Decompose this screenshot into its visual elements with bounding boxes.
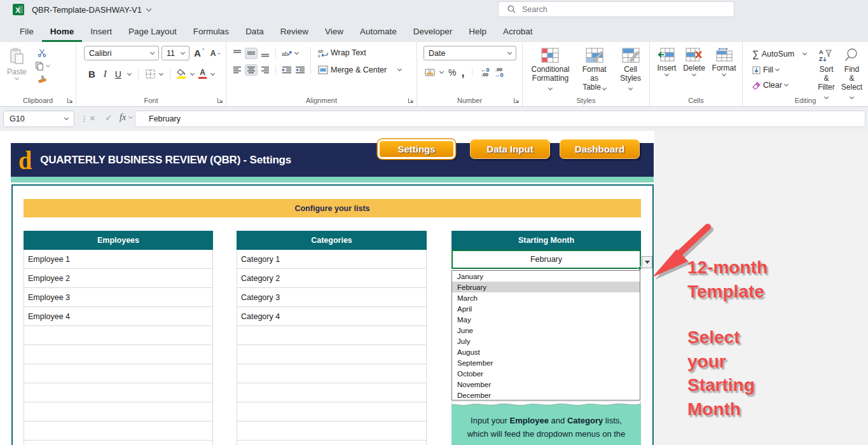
font-size-combobox[interactable]: 11 xyxy=(162,46,189,60)
month-option[interactable]: October xyxy=(452,368,640,379)
find-select-button[interactable]: Find &Select xyxy=(838,46,865,102)
delete-cells-button[interactable]: Delete xyxy=(680,46,708,93)
orientation-chevron-icon[interactable] xyxy=(294,50,299,55)
tab-file[interactable]: File xyxy=(11,22,42,42)
table-row[interactable] xyxy=(24,364,212,383)
month-option[interactable]: November xyxy=(452,379,640,390)
decrease-indent-icon[interactable] xyxy=(282,66,292,74)
month-option[interactable]: April xyxy=(452,303,640,314)
dashboard-nav-button[interactable]: Dashboard xyxy=(560,139,640,159)
clipboard-dialog-launcher-icon[interactable] xyxy=(67,97,73,104)
format-as-table-button[interactable]: Format asTable xyxy=(574,46,614,93)
align-bottom-icon[interactable] xyxy=(261,50,270,57)
table-row[interactable] xyxy=(24,345,212,364)
table-row[interactable]: Employee 1 xyxy=(24,250,212,269)
confirm-entry-icon[interactable]: ✓ xyxy=(105,113,113,123)
number-dialog-launcher-icon[interactable] xyxy=(513,97,520,104)
formula-bar-grip-icon[interactable]: ⋮ xyxy=(80,114,88,123)
tab-insert[interactable]: Insert xyxy=(82,22,120,42)
month-option[interactable]: December xyxy=(452,390,640,400)
worksheet[interactable]: d QUARTERLY BUSINESS REVIEW (QBR) - Sett… xyxy=(0,131,868,445)
font-color-icon[interactable]: A xyxy=(198,69,207,79)
italic-button[interactable]: I xyxy=(102,67,109,81)
formula-input[interactable]: February xyxy=(135,111,865,127)
table-row[interactable]: Category 2 xyxy=(237,269,426,288)
increase-decimal-icon[interactable]: ←0.00 xyxy=(480,67,489,78)
cut-icon[interactable] xyxy=(35,48,50,57)
table-row[interactable]: Employee 4 xyxy=(24,307,212,326)
decrease-decimal-icon[interactable]: .00→0 xyxy=(494,67,503,78)
table-row[interactable] xyxy=(24,441,212,445)
table-row[interactable]: Category 4 xyxy=(237,307,426,326)
table-row[interactable] xyxy=(237,402,426,421)
search-box[interactable]: Search xyxy=(498,1,734,17)
table-row[interactable]: Employee 3 xyxy=(24,288,212,307)
tab-formulas[interactable]: Formulas xyxy=(185,22,237,42)
tab-page-layout[interactable]: Page Layout xyxy=(120,22,185,42)
month-option[interactable]: May xyxy=(452,314,640,325)
month-option[interactable]: September xyxy=(452,357,640,368)
paste-button[interactable]: Paste xyxy=(4,46,30,84)
number-format-combobox[interactable]: Date xyxy=(424,46,516,60)
workbook-title-chevron-icon[interactable] xyxy=(146,6,151,11)
underline-button[interactable]: U xyxy=(113,68,123,81)
month-option[interactable]: January xyxy=(452,271,640,282)
table-row[interactable]: Employee 2 xyxy=(24,269,212,288)
font-dialog-launcher-icon[interactable] xyxy=(217,97,223,104)
clear-button[interactable]: Clear xyxy=(750,79,808,91)
table-row[interactable] xyxy=(24,383,212,402)
table-row[interactable] xyxy=(24,326,212,345)
copy-icon[interactable] xyxy=(35,62,44,71)
accounting-chevron-icon[interactable] xyxy=(439,69,444,74)
table-row[interactable] xyxy=(237,326,426,345)
font-color-chevron-icon[interactable] xyxy=(210,71,215,75)
month-option-selected[interactable]: February xyxy=(452,282,640,292)
insert-cells-button[interactable]: Insert xyxy=(654,46,679,93)
align-middle-icon[interactable] xyxy=(245,48,258,59)
fill-button[interactable]: Fill xyxy=(750,64,808,76)
sort-filter-button[interactable]: AZ Sort &Filter xyxy=(815,46,838,102)
table-row[interactable] xyxy=(24,421,212,441)
data-input-nav-button[interactable]: Data Input xyxy=(470,139,550,159)
tab-data[interactable]: Data xyxy=(237,22,272,42)
name-box[interactable]: G10 xyxy=(3,111,74,127)
copy-chevron-icon[interactable] xyxy=(46,63,50,67)
underline-chevron-icon[interactable] xyxy=(127,71,132,75)
tab-review[interactable]: Review xyxy=(272,22,317,42)
borders-icon[interactable] xyxy=(146,69,155,79)
table-row[interactable] xyxy=(237,421,426,441)
starting-month-cell[interactable]: February xyxy=(451,250,641,269)
autosum-button[interactable]: ∑ AutoSum xyxy=(750,47,808,60)
align-center-icon[interactable] xyxy=(245,64,258,76)
table-row[interactable] xyxy=(237,345,426,364)
align-right-icon[interactable] xyxy=(261,66,270,74)
table-row[interactable]: Category 1 xyxy=(237,250,426,269)
tab-help[interactable]: Help xyxy=(460,22,495,42)
tab-home[interactable]: Home xyxy=(42,22,83,42)
cell-styles-button[interactable]: CellStyles xyxy=(614,46,647,93)
fill-color-icon[interactable] xyxy=(177,69,186,79)
table-row[interactable] xyxy=(237,364,426,383)
alignment-dialog-launcher-icon[interactable] xyxy=(408,97,414,104)
cancel-entry-icon[interactable]: × xyxy=(90,113,95,123)
workbook-title[interactable]: QBR-Template-DASHWAY-V1 xyxy=(32,5,142,15)
settings-nav-button[interactable]: Settings xyxy=(378,139,455,159)
align-left-icon[interactable] xyxy=(233,66,242,74)
increase-font-size-button[interactable]: Aˆ xyxy=(192,46,206,60)
format-cells-button[interactable]: Format xyxy=(709,46,740,93)
conditional-formatting-button[interactable]: ConditionalFormatting xyxy=(527,46,574,93)
format-painter-icon[interactable] xyxy=(35,75,50,84)
borders-chevron-icon[interactable] xyxy=(159,71,163,75)
table-row[interactable]: Category 3 xyxy=(237,288,426,307)
table-row[interactable] xyxy=(237,383,426,402)
tab-view[interactable]: View xyxy=(317,22,352,42)
insert-function-button[interactable]: fx xyxy=(120,113,132,123)
month-option[interactable]: August xyxy=(452,346,640,357)
align-top-icon[interactable] xyxy=(233,50,242,57)
bold-button[interactable]: B xyxy=(86,67,97,81)
month-option[interactable]: June xyxy=(452,325,640,336)
font-name-combobox[interactable]: Calibri xyxy=(84,46,159,60)
percent-style-button[interactable]: % xyxy=(448,67,456,78)
tab-acrobat[interactable]: Acrobat xyxy=(495,22,541,42)
wrap-text-button[interactable]: abc Wrap Text xyxy=(316,47,403,58)
